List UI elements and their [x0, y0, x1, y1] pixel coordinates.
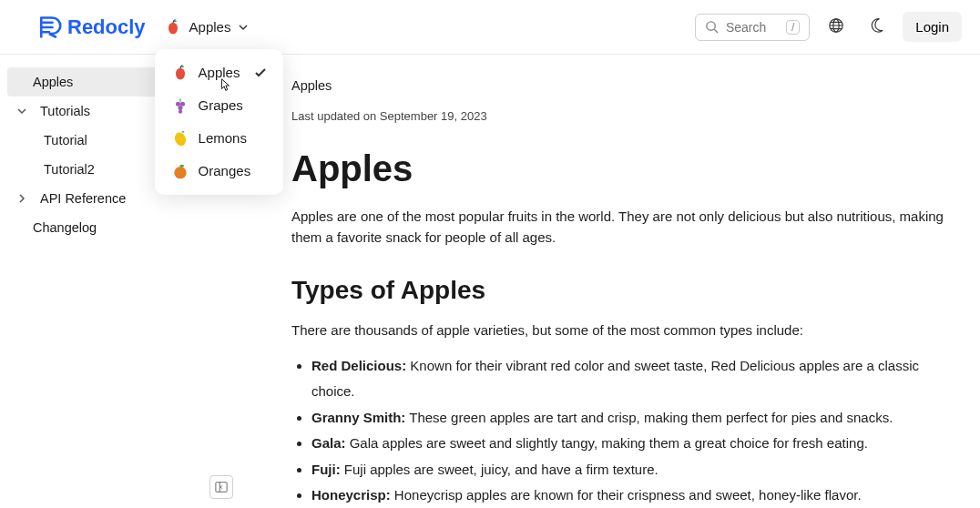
dropdown-item-lemons[interactable]: Lemons: [155, 122, 284, 155]
product-switcher: Apples Apples Grapes Lemons Oranges: [155, 13, 259, 42]
svg-point-0: [173, 20, 176, 22]
redocly-logo-icon: [36, 15, 62, 40]
language-button[interactable]: [822, 12, 850, 42]
svg-point-2: [176, 101, 180, 106]
sidebar-item-label: Changelog: [33, 220, 97, 235]
search-icon: [705, 20, 719, 34]
section-heading: Types of Apples: [291, 276, 944, 305]
orange-icon: [171, 162, 189, 180]
search-input[interactable]: [726, 20, 779, 35]
chevron-down-icon: [238, 22, 249, 33]
sidebar-collapse-button[interactable]: [209, 475, 233, 499]
lemon-icon: [171, 129, 189, 147]
list-item: Fuji: Fuji apples are sweet, juicy, and …: [311, 457, 944, 483]
theme-toggle-button[interactable]: [863, 12, 890, 42]
sidebar-item-label: API Reference: [40, 191, 126, 206]
moon-icon: [868, 17, 884, 34]
list-item: Red Delicious: Known for their vibrant r…: [311, 353, 944, 405]
header-right: / Login: [695, 12, 962, 42]
product-dropdown: Apples Grapes Lemons Oranges: [155, 49, 284, 195]
page-title: Apples: [291, 148, 944, 189]
dropdown-item-oranges[interactable]: Oranges: [155, 155, 284, 188]
sidebar-item-label: Tutorial2: [44, 162, 95, 177]
search-kbd: /: [786, 20, 800, 35]
top-header: Redocly Apples Apples Grapes Lemons: [0, 0, 980, 55]
svg-point-1: [180, 66, 183, 67]
sidebar-item-label: Apples: [33, 75, 73, 89]
logo[interactable]: Redocly: [36, 15, 146, 40]
chevron-right-icon: [16, 193, 27, 204]
logo-text: Redocly: [67, 15, 146, 39]
svg-point-6: [173, 130, 188, 147]
intro-paragraph: Apples are one of the most popular fruit…: [291, 206, 944, 249]
last-updated: Last updated on September 19, 2023: [291, 109, 944, 123]
list-item: Gala: Gala apples are sweet and slightly…: [311, 431, 944, 457]
breadcrumb: Apples: [291, 78, 944, 93]
svg-point-4: [178, 106, 182, 110]
apple-icon: [164, 18, 182, 36]
login-button[interactable]: Login: [903, 12, 962, 42]
sidebar-item-label: Tutorials: [40, 104, 90, 118]
search-box[interactable]: /: [695, 14, 810, 41]
check-icon: [254, 66, 267, 79]
svg-point-8: [179, 164, 184, 167]
dropdown-label: Oranges: [199, 163, 251, 178]
list-item: Granny Smith: These green apples are tar…: [311, 405, 944, 432]
dropdown-label: Lemons: [199, 130, 247, 146]
cursor-pointer-icon: [217, 77, 233, 94]
dropdown-label: Grapes: [199, 97, 243, 113]
list-item: Honeycrisp: Honeycrisp apples are known …: [311, 483, 944, 508]
svg-rect-12: [216, 483, 227, 493]
svg-point-5: [179, 109, 182, 113]
globe-icon: [828, 17, 844, 34]
svg-point-9: [707, 22, 715, 30]
svg-point-3: [180, 101, 185, 106]
apple-icon: [171, 64, 189, 82]
types-intro: There are thousands of apple varieties, …: [291, 320, 944, 340]
main-content: Apples Last updated on September 19, 202…: [255, 55, 980, 508]
grapes-icon: [171, 97, 189, 115]
collapse-icon: [215, 481, 228, 493]
svg-point-7: [174, 167, 186, 178]
product-current-label: Apples: [189, 19, 231, 35]
product-switcher-button[interactable]: Apples: [155, 13, 259, 42]
types-list: Red Delicious: Known for their vibrant r…: [291, 353, 944, 508]
body: Apples Tutorials Tutorial Tutorial2 API …: [0, 55, 980, 508]
sidebar-item-changelog[interactable]: Changelog: [0, 213, 255, 242]
sidebar-item-label: Tutorial: [44, 133, 87, 147]
chevron-down-icon: [16, 106, 27, 117]
